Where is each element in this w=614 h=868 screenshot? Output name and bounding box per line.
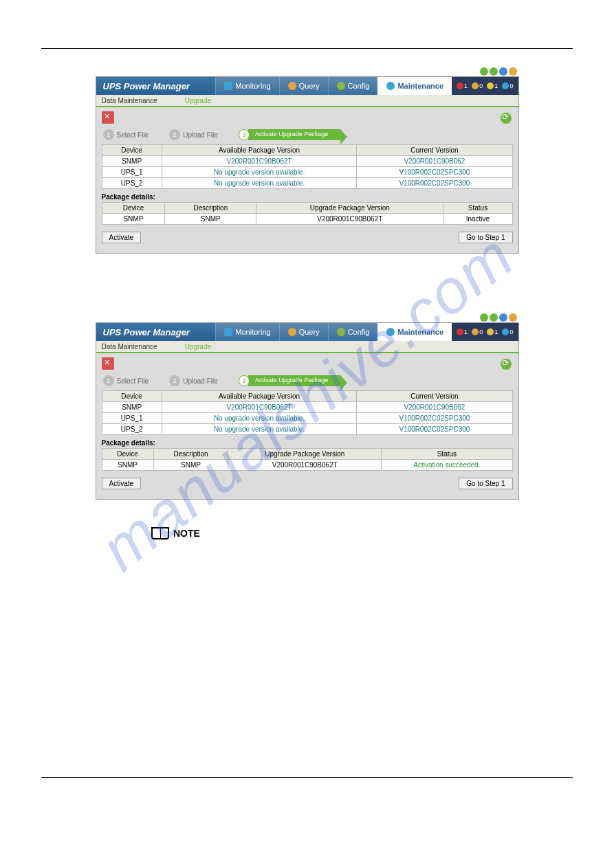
subtab-upgrade[interactable]: Upgrade	[185, 343, 211, 350]
button-row: ActivateGo to Step 1	[102, 232, 513, 243]
help-icon[interactable]	[490, 313, 498, 322]
alarm-badges: 1010	[452, 77, 518, 95]
table-cell: Activation succeeded.	[382, 460, 512, 471]
nav-tabs: MonitoringQueryConfigMaintenance	[215, 323, 452, 341]
nav-tab-label: Query	[299, 328, 320, 336]
step-3[interactable]: 3Activate Upgrade Package	[239, 129, 341, 140]
table-row: UPS_2No upgrade version available.V100R0…	[102, 424, 512, 435]
table-row: UPS_1No upgrade version available.V100R0…	[102, 413, 512, 424]
refresh-icon[interactable]	[501, 113, 512, 124]
step-3[interactable]: 3Activate Upgrade Package	[239, 375, 341, 386]
nav-tab-query[interactable]: Query	[279, 323, 328, 341]
step-label: Upload File	[183, 377, 218, 385]
help-icon[interactable]	[509, 67, 517, 76]
table-cell: No upgrade version available.	[162, 178, 357, 189]
activate-button[interactable]: Activate	[102, 232, 142, 243]
package-details-table: DeviceDescriptionUpgrade Package Version…	[102, 448, 513, 471]
header-help-icons	[480, 313, 517, 322]
alarm-badge[interactable]: 0	[472, 329, 483, 335]
subtab-data-maintenance[interactable]: Data Maintenance	[102, 343, 157, 350]
nav-tab-config[interactable]: Config	[328, 77, 378, 95]
step-label: Activate Upgrade Package	[248, 375, 341, 386]
table-row: SNMPV200R001C90B062TV200R001C90B062	[102, 402, 512, 413]
icon-config	[337, 82, 345, 90]
table-cell: V200R001C90B062T	[228, 460, 382, 471]
badge-icon	[502, 82, 509, 89]
table-header: Status	[443, 203, 512, 214]
step-label: Select File	[117, 377, 149, 385]
available-packages-table: DeviceAvailable Package VersionCurrent V…	[102, 390, 513, 435]
table-header: Description	[153, 449, 228, 460]
content-area: 1Select File2Upload File3Activate Upgrad…	[96, 353, 518, 499]
help-icon[interactable]	[499, 67, 507, 76]
refresh-icon[interactable]	[501, 359, 512, 370]
delete-icon[interactable]	[102, 111, 114, 124]
step-2[interactable]: 2Upload File	[169, 129, 218, 140]
table-header: Upgrade Package Version	[228, 449, 382, 460]
help-icon[interactable]	[480, 313, 488, 322]
help-icon[interactable]	[499, 313, 507, 322]
step-2[interactable]: 2Upload File	[169, 375, 218, 386]
subtab-upgrade[interactable]: Upgrade	[185, 97, 211, 104]
nav-tab-monitoring[interactable]: Monitoring	[215, 323, 278, 341]
alarm-badge[interactable]: 0	[502, 82, 513, 89]
badge-count: 1	[494, 82, 498, 89]
step-1[interactable]: 1Select File	[103, 129, 149, 140]
nav-tab-config[interactable]: Config	[328, 323, 378, 341]
button-row: ActivateGo to Step 1	[102, 478, 513, 489]
delete-icon[interactable]	[102, 357, 114, 370]
package-details-label: Package details:	[102, 193, 513, 201]
step-number: 3	[239, 129, 250, 140]
icon-query	[288, 328, 296, 336]
nav-tab-monitoring[interactable]: Monitoring	[215, 77, 278, 95]
step-label: Upload File	[183, 131, 218, 139]
nav-tab-label: Query	[299, 82, 320, 90]
icon-monitor	[224, 328, 232, 336]
nav-tab-query[interactable]: Query	[279, 77, 328, 95]
table-header: Available Package Version	[162, 145, 357, 156]
step-wizard: 1Select File2Upload File3Activate Upgrad…	[103, 375, 513, 386]
badge-count: 1	[464, 329, 468, 335]
package-details-table: DeviceDescriptionUpgrade Package Version…	[102, 202, 513, 225]
table-header: Device	[102, 203, 165, 214]
step-1[interactable]: 1Select File	[103, 375, 149, 386]
table-header: Device	[102, 145, 162, 156]
badge-count: 0	[479, 329, 483, 335]
badge-icon	[487, 82, 494, 89]
alarm-badge[interactable]: 0	[502, 329, 513, 335]
step-wizard: 1Select File2Upload File3Activate Upgrad…	[103, 129, 513, 140]
table-header: Upgrade Package Version	[256, 203, 443, 214]
nav-tab-maintenance[interactable]: Maintenance	[377, 77, 452, 95]
nav-tab-maintenance[interactable]: Maintenance	[377, 323, 452, 341]
help-icon[interactable]	[490, 67, 498, 76]
table-cell: No upgrade version available.	[162, 167, 357, 178]
nav-tab-label: Monitoring	[235, 328, 270, 336]
help-icon[interactable]	[480, 67, 488, 76]
alarm-badge[interactable]: 1	[487, 329, 498, 335]
step-number: 2	[169, 129, 180, 140]
table-cell: Inactive	[443, 214, 512, 225]
alarm-badge[interactable]: 1	[487, 82, 498, 89]
activate-button[interactable]: Activate	[102, 478, 142, 489]
app-header: UPS Power ManagerMonitoringQueryConfigMa…	[96, 77, 518, 95]
badge-count: 0	[509, 82, 513, 89]
badge-icon	[487, 329, 494, 335]
icon-config	[337, 328, 345, 336]
table-cell: UPS_2	[102, 424, 162, 435]
table-cell: SNMP	[102, 214, 165, 225]
table-cell: UPS_1	[102, 413, 162, 424]
goto-step1-button[interactable]: Go to Step 1	[459, 232, 512, 243]
goto-step1-button[interactable]: Go to Step 1	[459, 478, 512, 489]
table-header: Current Version	[357, 391, 512, 402]
header-help-icons	[480, 67, 517, 76]
alarm-badge[interactable]: 1	[457, 82, 468, 89]
table-header: Status	[382, 449, 512, 460]
alarm-badge[interactable]: 1	[457, 329, 468, 335]
badge-icon	[472, 329, 479, 335]
icon-query	[288, 82, 296, 90]
table-row: UPS_1No upgrade version available.V100R0…	[102, 167, 512, 178]
table-cell: SNMP	[153, 460, 228, 471]
subtab-data-maintenance[interactable]: Data Maintenance	[102, 97, 157, 104]
alarm-badge[interactable]: 0	[472, 82, 483, 89]
help-icon[interactable]	[509, 313, 517, 322]
